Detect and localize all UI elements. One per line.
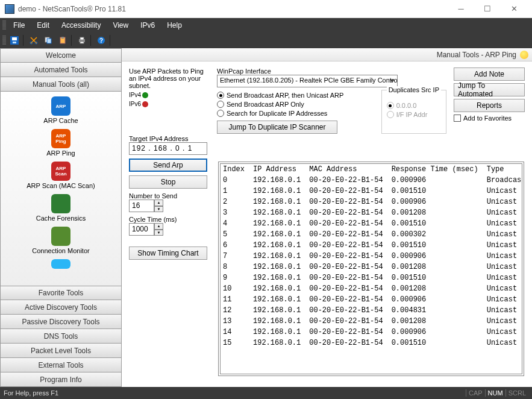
menu-ipv6[interactable]: IPv6 — [134, 19, 161, 31]
sidebar-tool-3[interactable]: Cache Forensics — [1, 192, 121, 224]
paste-icon[interactable] — [56, 34, 69, 46]
grip-icon — [2, 20, 6, 30]
table-row[interactable]: 13192.168.0.100-20-E0-22-B1-540.001208Un… — [221, 316, 522, 327]
toolbar: ? — [0, 33, 532, 48]
number-label: Number to Send — [129, 192, 210, 200]
number-input[interactable]: 16 — [129, 200, 154, 212]
tool-label: Connection Monitor — [32, 247, 89, 254]
table-row[interactable]: 5192.168.0.100-20-E0-22-B1-540.000302Uni… — [221, 229, 522, 240]
tool-icon — [51, 259, 70, 269]
sidebar-bottom-6[interactable]: Program Info — [0, 372, 122, 387]
sidebar-bottom-1[interactable]: Active Discovery Tools — [0, 300, 122, 315]
table-row[interactable]: 4192.168.0.100-20-E0-22-B1-540.001510Uni… — [221, 218, 522, 229]
table-row[interactable]: 0192.168.0.100-20-E0-22-B1-540.000906Bro… — [221, 175, 522, 186]
table-row[interactable]: 8192.168.0.100-20-E0-22-B1-540.001208Uni… — [221, 262, 522, 272]
cut-icon[interactable] — [27, 34, 40, 46]
add-note-button[interactable]: Add Note — [454, 68, 525, 81]
table-row[interactable]: 11192.168.0.100-20-E0-22-B1-540.000906Un… — [221, 294, 522, 305]
sidebar-welcome[interactable]: Welcome — [0, 48, 122, 63]
cycle-label: Cycle Time (ms) — [129, 216, 210, 223]
maximize-button[interactable]: ☐ — [474, 1, 501, 17]
col-mac: MAC Address — [307, 164, 389, 175]
sidebar: Welcome Automated Tools Manual Tools (al… — [0, 48, 122, 387]
tool-icon: ARPScan — [51, 162, 70, 181]
status-scrl: SCRL — [505, 389, 528, 397]
menu-help[interactable]: Help — [161, 19, 188, 31]
table-row[interactable]: 14192.168.0.100-20-E0-22-B1-540.000906Un… — [221, 327, 522, 338]
help-icon[interactable]: ? — [95, 34, 108, 46]
menubar: File Edit Accessibility View IPv6 Help — [0, 18, 532, 33]
save-icon[interactable] — [8, 34, 21, 46]
table-row[interactable]: 7192.168.0.100-20-E0-22-B1-540.000906Uni… — [221, 251, 522, 262]
target-ip-input[interactable]: 192 . 168 . 0 . 1 — [129, 142, 207, 155]
print-icon[interactable] — [75, 34, 89, 46]
winpcap-label: WinPcap Interface — [217, 68, 446, 75]
sidebar-bottom-4[interactable]: Packet Level Tools — [0, 344, 122, 358]
description-text: Use ARP Packets to Ping an IPv4 address … — [129, 68, 210, 89]
radio-broadcast-unicast[interactable]: Send Broadcast ARP, then Unicast ARP — [217, 92, 377, 99]
svg-rect-2 — [13, 42, 16, 43]
menu-file[interactable]: File — [7, 19, 31, 31]
col-resp: Response Time (msec) — [389, 164, 484, 175]
menu-edit[interactable]: Edit — [31, 19, 55, 31]
sidebar-bottom-2[interactable]: Passive Discovery Tools — [0, 315, 122, 329]
target-label: Target IPv4 Address — [129, 135, 210, 142]
reports-button[interactable]: Reports — [454, 99, 525, 112]
table-row[interactable]: 2192.168.0.100-20-E0-22-B1-540.000906Uni… — [221, 196, 522, 207]
number-spinner[interactable]: ▲▼ — [154, 200, 163, 212]
status-num: NUM — [485, 389, 505, 397]
sidebar-tool-1[interactable]: ARPPingARP Ping — [1, 127, 121, 159]
table-row[interactable]: 12192.168.0.100-20-E0-22-B1-540.004831Un… — [221, 305, 522, 316]
sidebar-tool-4[interactable]: Connection Monitor — [1, 224, 121, 257]
add-favorites-checkbox[interactable]: Add to Favorites — [454, 115, 525, 122]
table-row[interactable]: 1192.168.0.100-20-E0-22-B1-540.001510Uni… — [221, 186, 522, 196]
sidebar-bottom-0[interactable]: Favorite Tools — [0, 286, 122, 300]
close-button[interactable]: ✕ — [501, 1, 527, 17]
check-icon — [142, 92, 148, 98]
sidebar-tool-more[interactable] — [1, 257, 121, 272]
radio-broadcast-only[interactable]: Send Broadcast ARP Only — [217, 101, 377, 108]
app-icon — [5, 4, 14, 14]
table-row[interactable]: 10192.168.0.100-20-E0-22-B1-540.001208Un… — [221, 283, 522, 294]
main-header: Manual Tools - ARP Ping — [122, 48, 532, 61]
sidebar-manual[interactable]: Manual Tools (all) — [0, 77, 122, 92]
lightbulb-icon[interactable] — [520, 51, 528, 59]
table-row[interactable]: 9192.168.0.100-20-E0-22-B1-540.001510Uni… — [221, 272, 522, 283]
x-icon — [142, 101, 148, 107]
menu-accessibility[interactable]: Accessibility — [55, 19, 107, 31]
svg-rect-10 — [80, 37, 84, 40]
cycle-input[interactable]: 1000 — [129, 223, 154, 236]
radio-search-duplicate[interactable]: Search for Duplicate IP Addresses — [217, 110, 377, 117]
jump-duplicate-button[interactable]: Jump To Duplicate IP Scanner — [217, 121, 337, 134]
radio-dup-if[interactable]: I/F IP Addr — [387, 111, 441, 118]
col-ip: IP Address — [251, 164, 307, 175]
tool-icon: ARP — [51, 96, 70, 116]
tool-label: ARP Cache — [43, 117, 78, 124]
status-help: For Help, press F1 — [4, 389, 58, 397]
table-row[interactable]: 15192.168.0.100-20-E0-22-B1-540.001510Un… — [221, 338, 522, 348]
sidebar-tool-0[interactable]: ARPARP Cache — [1, 94, 121, 127]
jump-automated-button[interactable]: Jump To Automated — [454, 83, 525, 96]
ipv4-status: IPv4 — [129, 92, 210, 98]
col-type: Type — [484, 164, 522, 175]
sidebar-bottom-3[interactable]: DNS Tools — [0, 329, 122, 344]
timing-chart-button[interactable]: Show Timing Chart — [129, 247, 207, 260]
winpcap-dropdown[interactable]: Ethernet (192.168.0.205) - Realtek PCIe … — [217, 75, 398, 87]
radio-dup-zero[interactable]: 0.0.0.0 — [387, 102, 441, 109]
ipv6-status: IPv6 — [129, 101, 210, 107]
status-cap: CAP — [466, 389, 485, 397]
copy-icon[interactable] — [42, 34, 55, 46]
table-row[interactable]: 3192.168.0.100-20-E0-22-B1-540.001208Uni… — [221, 207, 522, 218]
tool-label: ARP Scan (MAC Scan) — [27, 182, 95, 189]
table-row[interactable]: 6192.168.0.100-20-E0-22-B1-540.001510Uni… — [221, 240, 522, 251]
minimize-button[interactable]: ─ — [448, 1, 474, 17]
send-arp-button[interactable]: Send Arp — [129, 159, 207, 172]
results-table[interactable]: IndexIP AddressMAC AddressResponse Time … — [220, 163, 522, 374]
svg-text:?: ? — [99, 37, 103, 44]
sidebar-tool-2[interactable]: ARPScanARP Scan (MAC Scan) — [1, 159, 121, 192]
sidebar-automated[interactable]: Automated Tools — [0, 63, 122, 77]
stop-button[interactable]: Stop — [129, 175, 207, 189]
sidebar-bottom-5[interactable]: External Tools — [0, 358, 122, 372]
menu-view[interactable]: View — [107, 19, 134, 31]
cycle-spinner[interactable]: ▲▼ — [154, 223, 163, 236]
